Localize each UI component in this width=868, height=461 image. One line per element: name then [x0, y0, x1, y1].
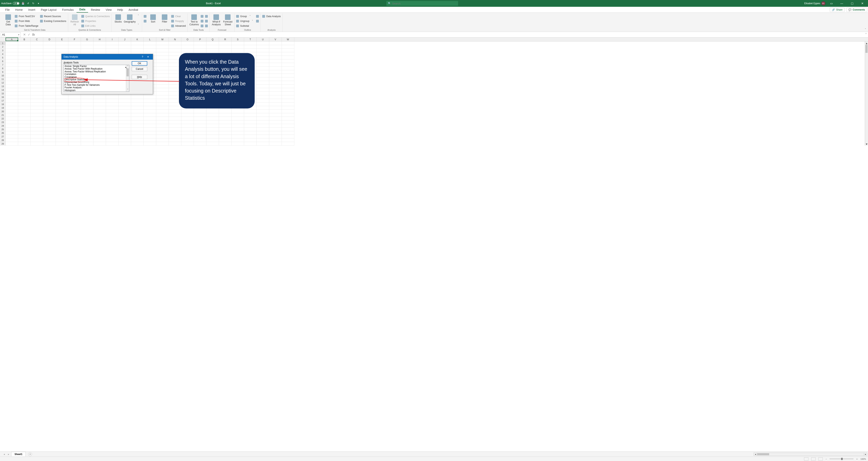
cell[interactable]	[18, 99, 31, 103]
column-header[interactable]: T	[244, 37, 257, 41]
cell[interactable]	[81, 45, 93, 49]
data-analysis-button[interactable]: Data Analysis	[262, 15, 281, 18]
select-all-corner[interactable]	[0, 37, 6, 41]
cell[interactable]	[18, 120, 31, 124]
cell[interactable]	[181, 142, 194, 146]
row-header[interactable]: 9	[0, 70, 6, 74]
cell[interactable]	[219, 124, 231, 127]
cell[interactable]	[282, 70, 294, 74]
list-item[interactable]: Correlation	[64, 73, 129, 76]
column-header[interactable]: A	[6, 37, 18, 41]
cell[interactable]	[181, 138, 194, 142]
cell[interactable]	[56, 113, 68, 117]
row-header[interactable]: 12	[0, 81, 6, 85]
cell[interactable]	[144, 110, 156, 113]
cell[interactable]	[169, 110, 181, 113]
cell[interactable]	[282, 45, 294, 49]
row-header[interactable]: 8	[0, 66, 6, 70]
cell[interactable]	[56, 110, 68, 113]
cell[interactable]	[257, 92, 269, 95]
cell[interactable]	[43, 92, 56, 95]
cancel-button[interactable]: Cancel	[132, 67, 147, 71]
cell[interactable]	[231, 110, 244, 113]
text-to-columns-button[interactable]: Text to Columns	[189, 15, 199, 26]
list-item[interactable]: F-Test Two-Sample for Variances	[64, 84, 129, 86]
sort-az-button[interactable]	[144, 15, 147, 18]
cell[interactable]	[282, 99, 294, 103]
cell[interactable]	[244, 142, 257, 146]
column-header[interactable]: S	[231, 37, 244, 41]
cell[interactable]	[6, 95, 18, 99]
cell[interactable]	[31, 45, 43, 49]
column-header[interactable]: L	[144, 37, 156, 41]
cell[interactable]	[269, 41, 282, 45]
cell[interactable]	[68, 106, 81, 110]
autosave-toggle[interactable]: Off	[13, 2, 20, 5]
column-header[interactable]: V	[269, 37, 282, 41]
cell[interactable]	[81, 138, 93, 142]
column-header[interactable]: W	[282, 37, 294, 41]
cell[interactable]	[56, 120, 68, 124]
cell[interactable]	[156, 45, 169, 49]
filter-button[interactable]: Filter	[160, 15, 169, 23]
cell[interactable]	[207, 131, 219, 135]
cell[interactable]	[269, 135, 282, 138]
cell[interactable]	[81, 117, 93, 120]
expand-formula-icon[interactable]: ˅	[864, 33, 868, 36]
cell[interactable]	[194, 142, 207, 146]
save-icon[interactable]: 💾	[21, 2, 25, 5]
cell[interactable]	[131, 124, 144, 127]
cancel-formula-icon[interactable]: ✕	[23, 33, 26, 36]
cell[interactable]	[131, 138, 144, 142]
column-header[interactable]: E	[56, 37, 68, 41]
cell[interactable]	[119, 138, 131, 142]
cell[interactable]	[257, 120, 269, 124]
cell[interactable]	[106, 127, 119, 131]
cell[interactable]	[156, 131, 169, 135]
cell[interactable]	[269, 74, 282, 77]
cell[interactable]	[257, 77, 269, 81]
cell[interactable]	[31, 103, 43, 106]
cell[interactable]	[244, 135, 257, 138]
cell[interactable]	[81, 110, 93, 113]
cell[interactable]	[257, 56, 269, 59]
cell[interactable]	[244, 131, 257, 135]
cell[interactable]	[181, 131, 194, 135]
tab-acrobat[interactable]: Acrobat	[126, 7, 141, 12]
cell[interactable]	[18, 56, 31, 59]
cell[interactable]	[207, 124, 219, 127]
cell[interactable]	[6, 99, 18, 103]
cell[interactable]	[257, 52, 269, 56]
cell[interactable]	[43, 59, 56, 63]
tab-insert[interactable]: Insert	[26, 7, 38, 12]
tab-data[interactable]: Data	[76, 7, 88, 12]
cell[interactable]	[219, 41, 231, 45]
cell[interactable]	[18, 88, 31, 92]
column-header[interactable]: N	[169, 37, 181, 41]
cell[interactable]	[119, 131, 131, 135]
cell[interactable]	[282, 131, 294, 135]
cell[interactable]	[194, 45, 207, 49]
cell[interactable]	[56, 99, 68, 103]
row-header[interactable]: 16	[0, 95, 6, 99]
cell[interactable]	[56, 103, 68, 106]
cell[interactable]	[43, 56, 56, 59]
cell[interactable]	[18, 59, 31, 63]
scroll-up-icon[interactable]: ▴	[865, 41, 868, 45]
cell[interactable]	[156, 63, 169, 66]
cell[interactable]	[231, 41, 244, 45]
cell[interactable]	[119, 117, 131, 120]
cell[interactable]	[131, 103, 144, 106]
row-header[interactable]: 23	[0, 120, 6, 124]
cell[interactable]	[43, 74, 56, 77]
cell[interactable]	[31, 142, 43, 146]
cell[interactable]	[56, 41, 68, 45]
cell[interactable]	[81, 106, 93, 110]
cell[interactable]	[169, 52, 181, 56]
cell[interactable]	[282, 127, 294, 131]
cell[interactable]	[282, 142, 294, 146]
cell[interactable]	[169, 41, 181, 45]
cell[interactable]	[18, 77, 31, 81]
cell[interactable]	[131, 95, 144, 99]
worksheet-grid[interactable]: ABCDEFGHIJKLMNOPQRSTUVW 1234567891011121…	[0, 37, 868, 146]
